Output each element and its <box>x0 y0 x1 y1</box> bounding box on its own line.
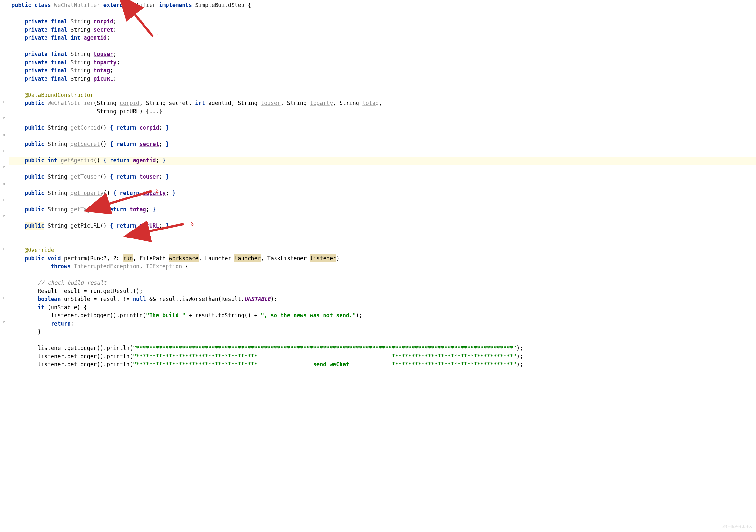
fold-mark[interactable]: ⊟ <box>0 147 9 155</box>
code-content[interactable]: public class WeChatNotifier extends Noti… <box>9 0 756 532</box>
highlighted-line: public int getAgentid() { return agentid… <box>9 157 756 165</box>
fold-mark[interactable]: ⊟ <box>0 294 9 302</box>
getter-agentid: getAgentid <box>61 157 94 165</box>
getter-secret: getSecret <box>70 140 100 148</box>
field-picurl: picURL <box>94 75 113 83</box>
kw-implements: implements <box>159 1 192 10</box>
field-agentid: agentid <box>84 34 107 42</box>
getter-touser: getTouser <box>70 173 100 181</box>
kw-public: public <box>12 1 31 10</box>
kw-class: class <box>35 1 51 10</box>
fold-mark[interactable]: ⊟ <box>0 245 9 253</box>
field-secret: secret <box>94 26 113 34</box>
method-perform: perform <box>64 254 87 263</box>
fold-mark[interactable]: ⊟ <box>0 114 9 123</box>
gutter: ⊟ ⊟ ⊟ ⊟ ⊟ ⊟ ⊟ ⊟ ⊟ ⊟ ⊟ <box>0 0 9 532</box>
comment: // check build result <box>38 279 107 287</box>
watermark: @稀土掘金技术社区 <box>722 524 752 530</box>
field-touser: touser <box>94 50 113 59</box>
fold-mark[interactable]: ⊟ <box>0 318 9 327</box>
fold-mark[interactable]: ⊟ <box>0 98 9 106</box>
code-editor: ⊟ ⊟ ⊟ ⊟ ⊟ ⊟ ⊟ ⊟ ⊟ ⊟ ⊟ public class WeCha… <box>0 0 756 532</box>
fold-mark[interactable]: ⊟ <box>0 212 9 220</box>
getter-picurl: getPicURL <box>70 222 100 230</box>
fold-mark[interactable]: ⊟ <box>0 163 9 171</box>
getter-tag: getTag <box>70 206 90 214</box>
getter-toparty: getToparty <box>70 189 103 197</box>
fold-marker[interactable]: {...} <box>146 108 162 116</box>
fold-mark[interactable]: ⊟ <box>0 131 9 139</box>
getter-corpid: getCorpid <box>70 124 100 132</box>
field-toparty: toparty <box>94 59 117 67</box>
class-name: WeChatNotifier <box>54 1 100 10</box>
fold-mark[interactable]: ⊟ <box>0 180 9 188</box>
field-totag: totag <box>94 66 110 75</box>
fold-mark[interactable]: ⊟ <box>0 196 9 204</box>
anno-override: @Override <box>25 246 54 254</box>
field-corpid: corpid <box>94 18 113 26</box>
kw-extends: extends <box>103 1 126 10</box>
anno-databound: @DataBoundConstructor <box>25 91 94 100</box>
